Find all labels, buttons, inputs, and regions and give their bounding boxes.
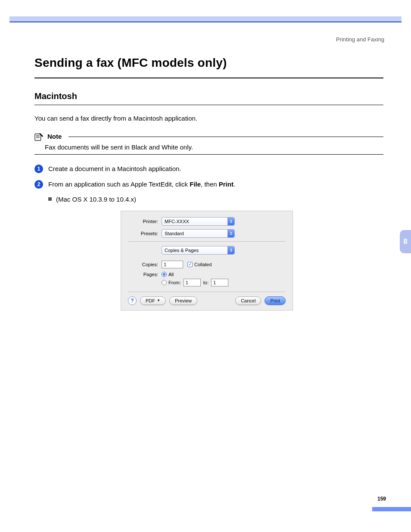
to-label: to: — [203, 280, 209, 285]
subtitle-rule — [34, 105, 383, 105]
checkbox-icon: ✓ — [187, 262, 193, 267]
dropdown-triangle-icon: ▼ — [157, 299, 160, 302]
radio-on-icon — [162, 272, 167, 277]
panel-row: Copies & Pages ▲▼ — [128, 246, 286, 255]
collated-checkbox[interactable]: ✓ Collated — [187, 262, 212, 267]
updown-arrows-icon: ▲▼ — [227, 230, 234, 237]
help-button[interactable]: ? — [128, 296, 137, 305]
pdf-button[interactable]: PDF▼ — [140, 296, 166, 305]
pages-all-radio[interactable]: All — [162, 272, 228, 277]
dialog-divider-2 — [128, 292, 286, 292]
subsection-title: Macintosh — [34, 91, 383, 101]
presets-value: Standard — [165, 231, 184, 236]
copies-value: 1 — [164, 262, 166, 267]
pdf-label: PDF — [146, 298, 155, 303]
copies-label: Copies: — [128, 262, 162, 267]
intro-text: You can send a fax directly from a Macin… — [34, 114, 383, 124]
step-badge-2: 2 — [34, 180, 43, 189]
step-badge-1: 1 — [34, 165, 43, 173]
note-block: Note Fax documents will be sent in Black… — [34, 132, 383, 155]
pages-from-radio[interactable]: From: — [162, 280, 181, 285]
note-label: Note — [47, 133, 62, 140]
to-value: 1 — [213, 280, 216, 285]
panel-select[interactable]: Copies & Pages ▲▼ — [162, 246, 235, 255]
top-bar-underline — [9, 22, 402, 22]
to-input[interactable]: 1 — [211, 279, 228, 286]
note-body: Fax documents will be sent in Black and … — [45, 143, 383, 151]
pages-label: Pages: — [128, 272, 162, 277]
from-input[interactable]: 1 — [184, 279, 201, 286]
from-label: From: — [168, 280, 181, 285]
note-icon — [34, 132, 44, 141]
pages-row: Pages: All From: 1 to: — [128, 272, 286, 286]
pages-range-row: From: 1 to: 1 — [162, 279, 228, 286]
chapter-tab: 8 — [400, 230, 411, 253]
print-dialog: Printer: MFC-XXXX ▲▼ Presets: Standard ▲… — [121, 211, 293, 311]
step-2: 2 From an application such as Apple Text… — [34, 180, 383, 190]
square-bullet-icon — [48, 197, 52, 201]
dialog-footer: ? PDF▼ Preview Cancel Print — [128, 296, 286, 305]
presets-label: Presets: — [128, 231, 162, 236]
step-2-suffix: . — [234, 180, 235, 188]
printer-row: Printer: MFC-XXXX ▲▼ — [128, 217, 286, 226]
copies-input[interactable]: 1 — [162, 261, 183, 268]
radio-off-icon — [162, 280, 167, 285]
svg-rect-0 — [35, 134, 41, 140]
note-header: Note — [34, 132, 383, 141]
step-2-prefix: From an application such as Apple TextEd… — [48, 180, 190, 188]
step-1-text: Create a document in a Macintosh applica… — [48, 164, 181, 174]
step-2-text: From an application such as Apple TextEd… — [48, 180, 235, 190]
page-number: 159 — [377, 496, 386, 502]
content-area: Sending a fax (MFC models only) Macintos… — [34, 56, 383, 311]
note-bottom-line — [34, 154, 383, 155]
dialog-divider-1 — [128, 241, 286, 242]
top-bar — [9, 16, 402, 22]
cancel-button[interactable]: Cancel — [235, 296, 261, 305]
sub-bullet: (Mac OS X 10.3.9 to 10.4.x) — [48, 196, 383, 203]
presets-select[interactable]: Standard ▲▼ — [162, 229, 235, 238]
step-2-mid: , then — [201, 180, 219, 188]
section-header: Printing and Faxing — [336, 36, 384, 43]
step-2-bold-print: Print — [219, 180, 234, 188]
print-button[interactable]: Print — [265, 296, 286, 305]
printer-label: Printer: — [128, 219, 162, 224]
bottom-accent-bar — [372, 507, 411, 511]
collated-label: Collated — [194, 262, 212, 267]
presets-row: Presets: Standard ▲▼ — [128, 229, 286, 238]
step-1: 1 Create a document in a Macintosh appli… — [34, 164, 383, 174]
step-2-bold-file: File — [190, 180, 201, 188]
panel-value: Copies & Pages — [165, 248, 199, 253]
printer-value: MFC-XXXX — [165, 219, 189, 224]
printer-select[interactable]: MFC-XXXX ▲▼ — [162, 217, 235, 226]
updown-arrows-icon: ▲▼ — [227, 246, 234, 254]
updown-arrows-icon: ▲▼ — [227, 218, 234, 225]
note-top-line — [68, 137, 383, 137]
sub-bullet-text: (Mac OS X 10.3.9 to 10.4.x) — [56, 196, 136, 203]
title-rule — [34, 78, 383, 78]
preview-button[interactable]: Preview — [169, 296, 197, 305]
from-value: 1 — [186, 280, 188, 285]
dialog-wrap: Printer: MFC-XXXX ▲▼ Presets: Standard ▲… — [121, 211, 383, 311]
page-title: Sending a fax (MFC models only) — [34, 56, 383, 70]
pages-all-label: All — [168, 272, 174, 277]
copies-row: Copies: 1 ✓ Collated — [128, 261, 286, 268]
